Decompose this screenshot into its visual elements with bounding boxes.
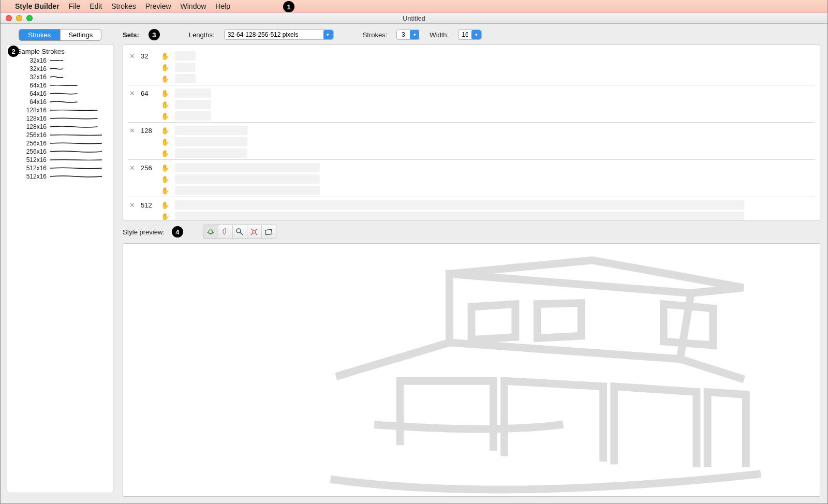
drag-handle-icon[interactable]: ✋ — [160, 112, 170, 120]
drag-handle-icon[interactable]: ✋ — [160, 127, 170, 135]
stroke-size-label: 256x16 — [20, 140, 47, 147]
width-select[interactable]: ▾ — [458, 29, 482, 40]
window-zoom-button[interactable] — [26, 15, 33, 21]
stroke-preview — [50, 116, 98, 121]
drag-handle-icon[interactable]: ✋ — [160, 175, 170, 183]
orbit-tool-button[interactable] — [203, 225, 218, 239]
stroke-slot[interactable] — [175, 74, 196, 83]
tab-strokes[interactable]: Strokes — [19, 29, 60, 40]
drag-handle-icon[interactable]: ✋ — [160, 90, 170, 97]
stroke-slot[interactable] — [175, 212, 744, 220]
stroke-slot[interactable] — [175, 126, 247, 135]
stroke-preview — [50, 149, 102, 154]
stroke-slot[interactable] — [175, 149, 247, 158]
stroke-slot[interactable] — [175, 163, 320, 172]
stroke-sample-row[interactable]: 256x16 — [10, 131, 110, 139]
stroke-slot[interactable] — [175, 100, 211, 109]
app-name[interactable]: Style Builder — [15, 2, 60, 10]
window-close-button[interactable] — [6, 15, 12, 21]
zoom-window-button[interactable] — [261, 225, 276, 239]
drag-handle-icon[interactable]: ✋ — [160, 64, 170, 71]
drag-handle-icon[interactable]: ✋ — [160, 213, 170, 220]
stroke-slot-row[interactable]: ✕✋ — [128, 185, 815, 196]
menu-help[interactable]: Help — [215, 2, 230, 10]
menu-window[interactable]: Window — [181, 2, 206, 10]
stroke-slot-row[interactable]: ✕✋ — [128, 62, 815, 73]
delete-set-button[interactable]: ✕ — [128, 127, 136, 135]
delete-set-button[interactable]: ✕ — [128, 201, 136, 209]
delete-set-button[interactable]: ✕ — [128, 52, 136, 60]
stroke-sample-row[interactable]: 32x16 — [10, 73, 110, 81]
stroke-slot-row[interactable]: ✕512✋ — [128, 199, 815, 211]
stroke-slot-row[interactable]: ✕64✋ — [128, 87, 815, 99]
callout-2: 2 — [8, 46, 19, 57]
drag-handle-icon[interactable]: ✋ — [160, 52, 170, 60]
drag-handle-icon[interactable]: ✋ — [160, 187, 170, 195]
stroke-sample-row[interactable]: 32x16 — [10, 65, 110, 73]
drag-handle-icon[interactable]: ✋ — [160, 164, 170, 172]
sets-panel: ✕32✋✕✋✕✋✕64✋✕✋✕✋✕128✋✕✋✕✋✕256✋✕✋✕✋✕512✋✕… — [123, 45, 820, 220]
stroke-sample-row[interactable]: 128x16 — [10, 123, 110, 131]
stroke-sample-row[interactable]: 64x16 — [10, 98, 110, 106]
stroke-sample-row[interactable]: 256x16 — [10, 147, 110, 156]
menu-preview[interactable]: Preview — [145, 2, 171, 10]
stroke-slot[interactable] — [175, 63, 196, 72]
stroke-size-label: 512x16 — [20, 165, 47, 172]
stroke-sample-row[interactable]: 64x16 — [10, 90, 110, 98]
stroke-sample-row[interactable]: 128x16 — [10, 114, 110, 123]
stroke-slot-row[interactable]: ✕256✋ — [128, 162, 815, 173]
stroke-slot-row[interactable]: ✕✋ — [128, 99, 815, 110]
menu-file[interactable]: File — [69, 2, 81, 10]
stroke-size-label: 128x16 — [20, 115, 47, 122]
stroke-slot-row[interactable]: ✕✋ — [128, 110, 815, 122]
stroke-slot-row[interactable]: ✕✋ — [128, 147, 815, 159]
stroke-slot-row[interactable]: ✕✋ — [128, 211, 815, 220]
window-minimize-button[interactable] — [16, 15, 22, 21]
stroke-slot[interactable] — [175, 200, 744, 210]
stroke-preview — [50, 58, 65, 63]
menu-edit[interactable]: Edit — [90, 2, 102, 10]
zoom-tool-button[interactable] — [232, 225, 247, 239]
stroke-slot[interactable] — [175, 88, 211, 98]
stroke-slot-row[interactable]: ✕32✋ — [128, 50, 815, 62]
stroke-size-label: 128x16 — [20, 107, 47, 114]
stroke-sample-row[interactable]: 512x16 — [10, 172, 110, 181]
stroke-slot[interactable] — [175, 51, 196, 61]
set-length-label: 32 — [141, 52, 155, 60]
stroke-sample-row[interactable]: 512x16 — [10, 164, 110, 172]
stroke-slot-row[interactable]: ✕✋ — [128, 173, 815, 185]
lengths-select[interactable]: ▾ — [224, 29, 334, 40]
delete-set-button[interactable]: ✕ — [128, 164, 136, 172]
stroke-size-label: 512x16 — [20, 156, 47, 164]
stroke-sample-row[interactable]: 256x16 — [10, 139, 110, 147]
stroke-sample-row[interactable]: 64x16 — [10, 81, 110, 90]
strokes-count-select[interactable]: ▾ — [396, 29, 420, 40]
style-preview-canvas[interactable] — [123, 243, 820, 497]
stroke-sample-row[interactable]: 128x16 — [10, 106, 110, 114]
stroke-slot-row[interactable]: ✕✋ — [128, 73, 815, 84]
zoom-extents-button[interactable] — [247, 225, 261, 239]
main-panel: Sets: 3 Lengths: ▾ Strokes: ▾ Width: — [120, 24, 827, 504]
stroke-sample-row[interactable]: 32x16 — [10, 56, 110, 65]
delete-set-button[interactable]: ✕ — [128, 90, 136, 97]
drag-handle-icon[interactable]: ✋ — [160, 75, 170, 83]
callout-4: 4 — [172, 226, 183, 238]
pan-tool-button[interactable] — [218, 225, 232, 239]
stroke-slot[interactable] — [175, 174, 320, 184]
stroke-sample-row[interactable]: 512x16 — [10, 156, 110, 164]
stroke-size-label: 256x16 — [20, 148, 47, 155]
drag-handle-icon[interactable]: ✋ — [160, 150, 170, 157]
stroke-slot[interactable] — [175, 186, 320, 195]
stroke-slot-row[interactable]: ✕✋ — [128, 136, 815, 147]
drag-handle-icon[interactable]: ✋ — [160, 201, 170, 209]
stroke-slot-row[interactable]: ✕128✋ — [128, 125, 815, 136]
chevron-down-icon: ▾ — [471, 30, 481, 39]
stroke-size-label: 64x16 — [20, 90, 47, 97]
menu-strokes[interactable]: Strokes — [111, 2, 136, 10]
tree-header[interactable]: Sample Strokes — [10, 47, 110, 56]
tab-settings[interactable]: Settings — [60, 29, 101, 40]
drag-handle-icon[interactable]: ✋ — [160, 138, 170, 146]
stroke-slot[interactable] — [175, 137, 247, 146]
stroke-slot[interactable] — [175, 111, 211, 121]
drag-handle-icon[interactable]: ✋ — [160, 101, 170, 109]
